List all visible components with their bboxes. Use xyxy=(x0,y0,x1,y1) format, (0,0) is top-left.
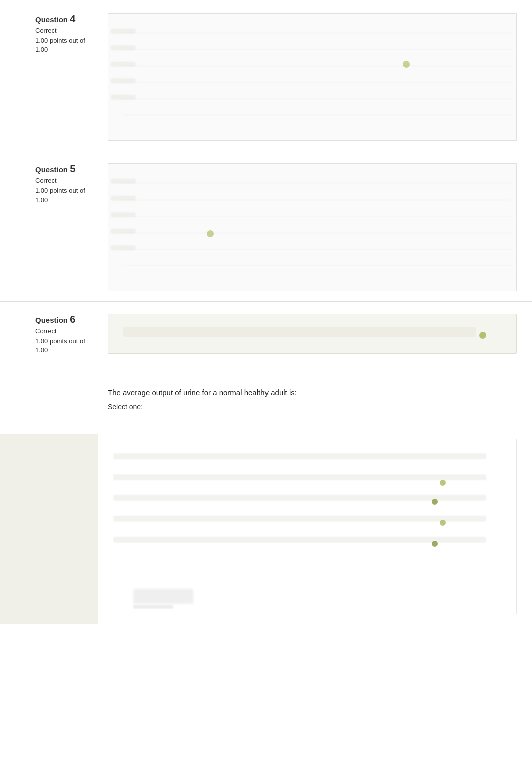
q6-text-stub xyxy=(133,605,173,609)
question-5-chart xyxy=(108,163,517,291)
q6-text-row: The average output of urine for a normal… xyxy=(0,375,532,424)
question-block-6: Question 6 Correct 1.00 points out of 1.… xyxy=(0,306,532,371)
question-6-content xyxy=(98,306,532,371)
question-5-status: Correct xyxy=(35,177,90,184)
question-4-meta: Question 4 Correct 1.00 points out of 1.… xyxy=(0,5,98,151)
question-4-content xyxy=(98,5,532,151)
q6-question-text: The average output of urine for a normal… xyxy=(108,388,517,397)
question-6-answer-chart xyxy=(108,439,517,614)
question-5-points: 1.00 points out of 1.00 xyxy=(35,186,90,205)
question-4-points: 1.00 points out of 1.00 xyxy=(35,36,90,54)
question-6-number: Question 6 xyxy=(35,314,90,325)
q6-dot-3 xyxy=(440,520,446,526)
question-5-number: Question 5 xyxy=(35,163,90,175)
q6-text-section: The average output of urine for a normal… xyxy=(98,375,532,424)
question-label-6: Question xyxy=(35,316,70,324)
question-block-4: Question 4 Correct 1.00 points out of 1.… xyxy=(0,5,532,151)
question-label-5: Question xyxy=(35,165,70,174)
q6-bottom-meta xyxy=(0,434,98,624)
page-container: Question 4 Correct 1.00 points out of 1.… xyxy=(0,0,532,629)
q6-dot-2 xyxy=(432,499,438,505)
question-5-meta: Question 5 Correct 1.00 points out of 1.… xyxy=(0,155,98,301)
q6-thumbnail-stub xyxy=(133,589,193,604)
question-5-content xyxy=(98,155,532,301)
q6-dot-1 xyxy=(440,480,446,486)
question-5-num: 5 xyxy=(70,163,75,174)
question-4-number: Question 4 xyxy=(35,13,90,25)
question-6-status: Correct xyxy=(35,327,90,335)
q6-bottom-content xyxy=(98,434,532,624)
question-4-dot xyxy=(403,61,410,68)
question-5-dot xyxy=(207,230,214,237)
question-6-image-area xyxy=(108,314,517,354)
question-6-score-dot xyxy=(479,332,486,339)
question-6-points: 1.00 points out of 1.00 xyxy=(35,337,90,355)
q6-dot-4 xyxy=(432,541,438,547)
q6-bottom-block xyxy=(0,434,532,624)
question-block-5: Question 5 Correct 1.00 points out of 1.… xyxy=(0,155,532,302)
question-4-chart xyxy=(108,13,517,141)
question-4-status: Correct xyxy=(35,27,90,34)
q6-select-label: Select one: xyxy=(108,403,517,411)
question-4-num: 4 xyxy=(70,13,75,24)
q6-text-meta-spacer xyxy=(0,375,98,424)
question-label: Question xyxy=(35,15,70,24)
question-6-num: 6 xyxy=(70,314,75,325)
question-6-meta: Question 6 Correct 1.00 points out of 1.… xyxy=(0,306,98,371)
q6-bar xyxy=(123,327,476,337)
